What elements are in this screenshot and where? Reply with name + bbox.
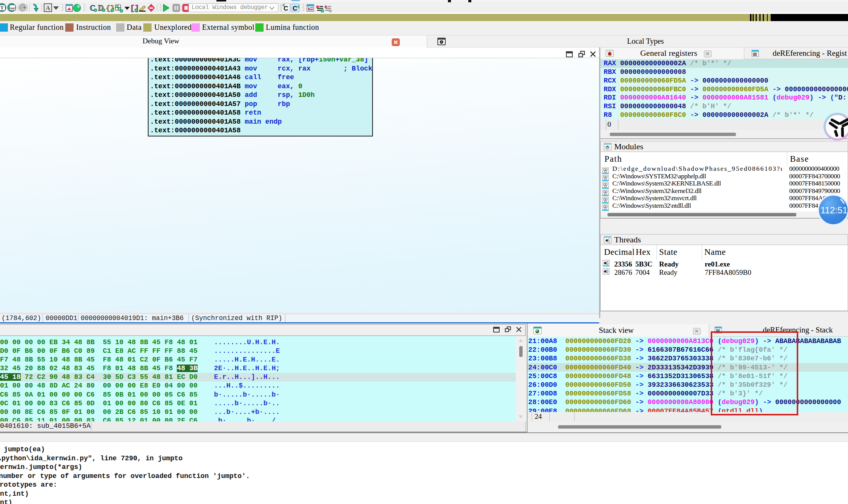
svg-text:A: A (46, 5, 51, 12)
svg-text:[]: [] (130, 4, 139, 13)
svg-text:C: C (293, 5, 297, 12)
svg-text:T: T (0, 5, 4, 11)
